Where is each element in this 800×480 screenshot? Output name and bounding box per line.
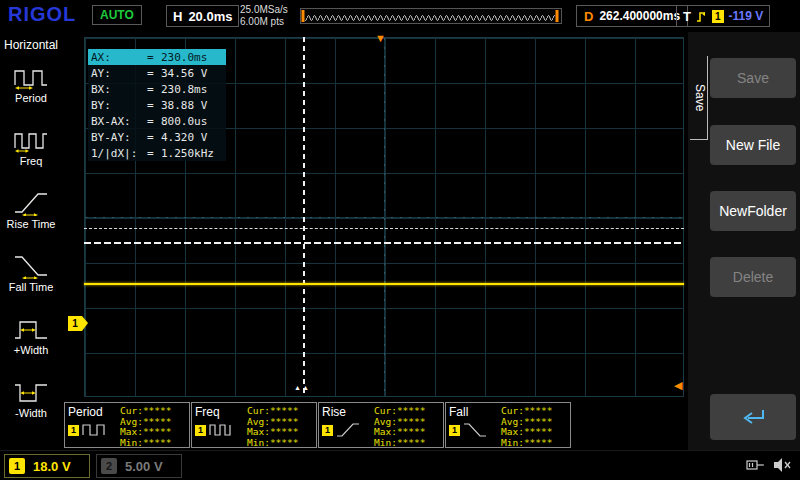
cursor-row-by-ay: BY-AY: = 4.320 V xyxy=(88,129,226,145)
measurement-fall[interactable]: Fall 1 Cur:***** Avg:***** Max:***** Min… xyxy=(445,402,571,448)
cursor-ax-bx-line[interactable] xyxy=(303,37,305,397)
status-bar: 1 18.0 V 2 5.00 V xyxy=(0,450,800,480)
cursor-measurement-panel: AX: = 230.0ms AY: = 34.56 V BX: = 230.8m… xyxy=(88,49,226,161)
delay-waveform-indicator[interactable] xyxy=(300,8,562,24)
sidebar-item-neg-width[interactable]: -Width xyxy=(0,367,62,430)
meas-min: Min:***** xyxy=(120,438,186,449)
sidebar-item-rise-time[interactable]: Rise Time xyxy=(0,178,62,241)
horizontal-menu-sidebar: Horizontal Period Freq Rise Time Fa xyxy=(0,32,62,450)
sidebar-item-period[interactable]: Period xyxy=(0,52,62,115)
rise-time-icon xyxy=(13,190,49,216)
meas-rise-icon xyxy=(336,422,360,438)
sidebar-item-label: Period xyxy=(15,92,47,104)
sidebar-item-label: +Width xyxy=(14,344,49,356)
meas-max: Max:***** xyxy=(374,427,440,438)
neg-width-icon xyxy=(13,379,49,405)
meas-min: Min:***** xyxy=(501,438,567,449)
trigger-level-value: -119 V xyxy=(729,9,764,23)
ch1-trace xyxy=(84,283,684,285)
measurement-freq[interactable]: Freq 1 Cur:***** Avg:***** Max:***** Min… xyxy=(191,402,317,448)
sidebar-item-label: Freq xyxy=(20,155,43,167)
period-icon xyxy=(13,64,49,90)
status-icons xyxy=(745,457,792,473)
timebase-value: 20.0ms xyxy=(188,9,232,24)
rigol-logo: RIGOL xyxy=(8,3,76,26)
save-button[interactable]: Save xyxy=(710,58,796,98)
measurement-bar: Period 1 Cur:***** Avg:***** Max:***** M… xyxy=(64,402,571,450)
top-bar: RIGOL AUTO H 20.0ms 25.0MSa/s 6.00M pts … xyxy=(0,0,800,32)
sample-rate: 25.0MSa/s xyxy=(240,4,288,16)
sidebar-item-pos-width[interactable]: +Width xyxy=(0,304,62,367)
speaker-muted-icon xyxy=(773,457,792,473)
delete-button[interactable]: Delete xyxy=(710,257,796,297)
ch2-badge: 2 xyxy=(101,458,117,474)
cursor-row-by: BY: = 38.88 V xyxy=(88,97,226,113)
trigger-slope-icon xyxy=(696,10,707,23)
meas-max: Max:***** xyxy=(501,427,567,438)
sidebar-item-label: -Width xyxy=(15,407,47,419)
return-arrow-icon xyxy=(737,406,769,428)
sidebar-title: Horizontal xyxy=(0,38,62,52)
ch2-status[interactable]: 2 5.00 V xyxy=(96,454,182,478)
cursor-row-bx-ax: BX-AX: = 800.0us xyxy=(88,113,226,129)
sidebar-item-freq[interactable]: Freq xyxy=(0,115,62,178)
meas-cur: Cur:***** xyxy=(247,406,313,417)
cursor-row-ax: AX: = 230.0ms xyxy=(88,49,226,65)
channel-badge: 1 xyxy=(68,425,79,436)
sidebar-item-fall-time[interactable]: Fall Time xyxy=(0,241,62,304)
measurement-period[interactable]: Period 1 Cur:***** Avg:***** Max:***** M… xyxy=(64,402,190,448)
usb-icon xyxy=(745,457,765,473)
channel-badge: 1 xyxy=(449,425,460,436)
meas-period-icon xyxy=(82,422,106,438)
sidebar-item-label: Rise Time xyxy=(7,218,56,230)
ch1-marker-icon[interactable]: 1 xyxy=(68,316,82,331)
waveform-display: AX: = 230.0ms AY: = 34.56 V BX: = 230.8m… xyxy=(62,32,688,402)
memory-depth: 6.00M pts xyxy=(240,16,288,28)
back-button[interactable] xyxy=(710,394,796,440)
fall-time-icon xyxy=(13,253,49,279)
meas-max: Max:***** xyxy=(120,427,186,438)
channel-badge: 1 xyxy=(322,425,333,436)
ch2-scale: 5.00 V xyxy=(125,459,163,474)
save-menu-panel: Save Save New File NewFolder Delete xyxy=(688,32,800,450)
cursor-row-bx: BX: = 230.8ms xyxy=(88,81,226,97)
freq-icon xyxy=(13,127,49,153)
ch1-scale: 18.0 V xyxy=(33,459,71,474)
ch1-status[interactable]: 1 18.0 V xyxy=(4,454,90,478)
d-label: D xyxy=(584,9,593,24)
meas-min: Min:***** xyxy=(247,438,313,449)
menu-tab-save: Save xyxy=(690,56,708,140)
meas-cur: Cur:***** xyxy=(374,406,440,417)
measurement-rise[interactable]: Rise 1 Cur:***** Avg:***** Max:***** Min… xyxy=(318,402,444,448)
measurement-name: Period xyxy=(68,405,120,419)
channel-badge: 1 xyxy=(195,425,206,436)
cursor-by-line[interactable] xyxy=(84,242,684,244)
new-file-button[interactable]: New File xyxy=(710,125,796,165)
new-folder-button[interactable]: NewFolder xyxy=(710,191,796,231)
horizontal-timebase-readout[interactable]: H 20.0ms xyxy=(166,5,239,27)
delay-readout[interactable]: D 262.400000ms xyxy=(576,5,688,27)
meas-min: Min:***** xyxy=(374,438,440,449)
delay-waveform-icon xyxy=(301,9,559,23)
sidebar-item-label: Fall Time xyxy=(9,281,54,293)
meas-cur: Cur:***** xyxy=(120,406,186,417)
cursor-row-ay: AY: = 34.56 V xyxy=(88,65,226,81)
cursor-row-inv-dx: 1/|dX|: = 1.250kHz xyxy=(88,145,226,161)
trigger-position-icon[interactable]: ▼ xyxy=(375,32,386,44)
run-mode-badge[interactable]: AUTO xyxy=(92,5,142,25)
measurement-name: Rise xyxy=(322,405,374,419)
cursor-feet-icon: ▲▲ xyxy=(294,384,310,391)
trigger-level-icon[interactable]: ◀ xyxy=(674,379,682,392)
t-label: T xyxy=(683,9,691,24)
measurement-name: Freq xyxy=(195,405,247,419)
meas-max: Max:***** xyxy=(247,427,313,438)
measurement-name: Fall xyxy=(449,405,501,419)
cursor-ay-line[interactable] xyxy=(84,228,684,229)
trigger-readout[interactable]: T 1 -119 V xyxy=(676,5,770,27)
meas-cur: Cur:***** xyxy=(501,406,567,417)
pos-width-icon xyxy=(13,316,49,342)
trigger-channel-badge: 1 xyxy=(712,10,724,23)
h-label: H xyxy=(173,9,182,24)
meas-fall-icon xyxy=(463,422,487,438)
meas-freq-icon xyxy=(209,422,233,438)
